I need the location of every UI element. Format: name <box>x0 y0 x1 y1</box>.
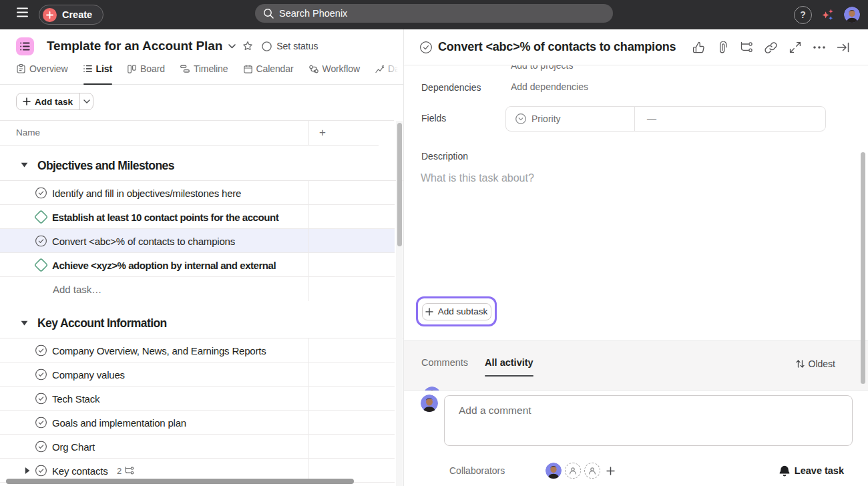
page-title: Template for an Account Plan <box>47 39 222 53</box>
sidebar-toggle-icon[interactable] <box>17 7 28 17</box>
board-icon <box>128 65 136 73</box>
check-circle-icon[interactable] <box>420 41 432 53</box>
task-name[interactable]: Tech Stack <box>52 393 99 404</box>
more-options-icon[interactable] <box>812 41 826 55</box>
milestone-row[interactable]: Establish at least 10 contact points for… <box>0 205 395 229</box>
milestone-row[interactable]: Achieve <xyz>% adoption by internal and … <box>0 253 395 277</box>
invite-person-icon[interactable] <box>584 463 600 479</box>
add-task-dropdown[interactable] <box>79 93 93 109</box>
task-name[interactable]: Company Overview, News, and Earnings Rep… <box>52 344 266 356</box>
section-title: Objectives and Milestones <box>37 159 174 173</box>
attachment-icon[interactable] <box>716 41 730 55</box>
task-row[interactable]: Identify and fill in objectives/mileston… <box>0 181 395 205</box>
expand-triangle-icon[interactable] <box>25 467 30 474</box>
task-row[interactable]: Goals and implementation plan <box>0 411 395 435</box>
ai-sparkles-icon[interactable] <box>821 7 835 22</box>
check-circle-icon[interactable] <box>35 344 47 356</box>
column-header-name[interactable]: Name <box>16 121 40 145</box>
chevron-down-icon[interactable] <box>228 44 236 49</box>
task-name[interactable]: Convert <abc>% of contacts to champions <box>52 235 235 246</box>
task-detail-panel: Convert <abc>% of contacts to champions <box>403 29 868 486</box>
add-task-button[interactable]: Add task <box>16 93 93 110</box>
priority-value[interactable]: — <box>635 107 825 131</box>
set-status-label: Set status <box>276 41 318 51</box>
add-dependencies-button[interactable]: Add dependencies <box>511 81 588 92</box>
section-header-key-account[interactable]: Key Account Information <box>0 308 403 338</box>
task-name[interactable]: Identify and fill in objectives/mileston… <box>52 187 241 198</box>
tab-calendar[interactable]: Calendar <box>244 60 294 77</box>
status-circle-icon <box>262 41 272 51</box>
star-icon[interactable] <box>242 41 253 51</box>
priority-label: Priority <box>531 113 561 124</box>
fullscreen-icon[interactable] <box>788 41 802 55</box>
add-task-row[interactable]: Add task… <box>0 277 395 301</box>
comment-composer: Add a comment Collaborators Leave task <box>404 391 868 486</box>
project-icon[interactable] <box>16 37 34 55</box>
like-icon[interactable] <box>692 41 706 55</box>
collapse-triangle-icon[interactable] <box>21 162 28 168</box>
task-name[interactable]: Company values <box>52 369 125 380</box>
check-circle-icon[interactable] <box>35 465 47 476</box>
collapse-triangle-icon[interactable] <box>21 320 28 326</box>
focus-ring: Add subtask <box>416 296 497 326</box>
search-input[interactable]: Search Phoenix <box>255 4 613 23</box>
create-button[interactable]: Create <box>39 5 103 25</box>
help-button[interactable]: ? <box>794 6 812 24</box>
check-circle-icon[interactable] <box>35 369 47 380</box>
subtask-icon[interactable] <box>740 41 754 55</box>
add-column-button[interactable]: + <box>319 121 326 144</box>
copy-link-icon[interactable] <box>764 41 778 55</box>
add-collaborator-button[interactable] <box>606 467 615 475</box>
task-title[interactable]: Convert <abc>% of contacts to champions <box>438 40 676 54</box>
task-name[interactable]: Achieve <xyz>% adoption by internal and … <box>52 259 276 270</box>
invite-person-icon[interactable] <box>565 463 581 479</box>
section-header-objectives[interactable]: Objectives and Milestones <box>0 146 403 181</box>
milestone-diamond-icon[interactable] <box>34 210 48 224</box>
task-row[interactable]: Org Chart <box>0 435 395 459</box>
list-horizontal-scrollbar[interactable] <box>6 479 354 484</box>
description-input[interactable]: What is this task about? <box>421 172 534 184</box>
task-row[interactable]: Company values <box>0 362 395 387</box>
tab-timeline[interactable]: Timeline <box>180 60 228 77</box>
chevron-down-icon <box>83 99 90 103</box>
section-gap <box>0 301 403 308</box>
task-name[interactable]: Org Chart <box>52 441 95 452</box>
check-circle-icon[interactable] <box>35 187 47 198</box>
tab-workflow[interactable]: Workflow <box>309 60 361 77</box>
comment-input[interactable]: Add a comment <box>444 395 853 446</box>
milestone-diamond-icon[interactable] <box>34 258 48 272</box>
tab-comments[interactable]: Comments <box>421 357 468 368</box>
list-vertical-scrollbar[interactable] <box>397 123 402 246</box>
task-name[interactable]: Key contacts <box>52 465 107 476</box>
add-to-projects-button[interactable]: Add to projects <box>511 65 573 71</box>
check-circle-icon[interactable] <box>35 441 47 452</box>
check-circle-icon[interactable] <box>35 393 47 404</box>
task-row[interactable]: Company Overview, News, and Earnings Rep… <box>0 338 395 362</box>
sort-order-button[interactable]: Oldest <box>796 358 835 369</box>
detail-vertical-scrollbar[interactable] <box>861 152 865 384</box>
tab-overview[interactable]: Overview <box>17 60 68 77</box>
fields-label: Fields <box>421 113 446 124</box>
priority-field[interactable]: Priority <box>506 107 635 131</box>
user-avatar[interactable] <box>844 7 860 23</box>
add-subtask-button[interactable]: Add subtask <box>422 303 491 320</box>
view-tabs: Overview List Board Timeline Calendar Wo… <box>17 60 403 77</box>
subtask-count-badge: 2 <box>117 465 134 475</box>
tab-list[interactable]: List <box>83 60 113 77</box>
priority-chevron-icon <box>515 113 526 124</box>
tab-board[interactable]: Board <box>128 60 165 77</box>
workflow-icon <box>309 65 318 73</box>
task-name[interactable]: Goals and implementation plan <box>52 417 186 428</box>
tab-dashboard[interactable]: Dashboard <box>375 60 403 77</box>
check-circle-icon[interactable] <box>35 235 47 246</box>
check-circle-icon[interactable] <box>35 417 47 428</box>
collaborator-avatar[interactable] <box>546 463 562 479</box>
task-name[interactable]: Establish at least 10 contact points for… <box>52 211 278 222</box>
leave-task-button[interactable]: Leave task <box>779 461 844 480</box>
tab-all-activity[interactable]: All activity <box>485 357 533 368</box>
topbar-right-controls: ? <box>794 0 860 29</box>
task-row[interactable]: Tech Stack <box>0 387 395 411</box>
set-status-button[interactable]: Set status <box>262 41 318 51</box>
task-row-selected[interactable]: Convert <abc>% of contacts to champions <box>0 229 395 253</box>
close-panel-icon[interactable] <box>836 41 850 55</box>
